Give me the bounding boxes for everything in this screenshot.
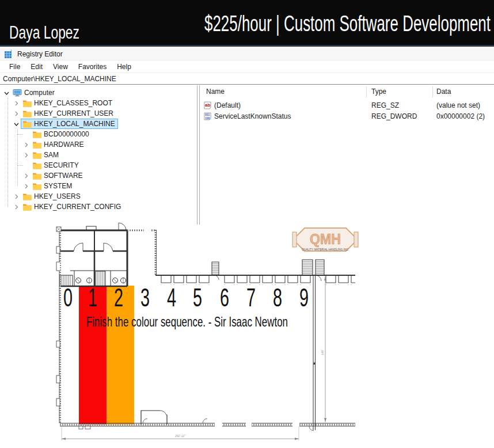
- tree-item-hkey-current-config[interactable]: HKEY_CURRENT_CONFIG: [0, 202, 197, 212]
- tree-item-label[interactable]: HKEY_LOCAL_MACHINE: [34, 120, 115, 128]
- tree-item-label[interactable]: BCD00000000: [44, 130, 89, 138]
- no-expander: [23, 131, 29, 138]
- menu-view[interactable]: View: [48, 62, 73, 72]
- value-name[interactable]: ServiceLastKnownStatus: [214, 112, 291, 120]
- svg-text:ab: ab: [205, 102, 210, 108]
- screenshot-root: { "banner": { "name": "Daya Lopez", "tag…: [0, 0, 494, 448]
- dword-value-icon: 011 110: [204, 112, 212, 120]
- tree-item-label[interactable]: HKEY_USERS: [34, 192, 81, 200]
- tree-item-hkey-users[interactable]: HKEY_USERS: [0, 191, 197, 202]
- chevron-down-icon[interactable]: [3, 90, 10, 96]
- chevron-down-icon[interactable]: [13, 121, 20, 127]
- tree-item-label[interactable]: SECURITY: [44, 161, 79, 169]
- tree-item-label[interactable]: HKEY_CLASSES_ROOT: [34, 99, 112, 107]
- chevron-right-icon[interactable]: [23, 152, 29, 158]
- advertiser-tagline: $225/hour | Custom Software Development: [204, 11, 491, 36]
- warehouse-floorplan: 292'-11" 140' QMH QUALITY MATERIAL HANDL…: [49, 221, 363, 448]
- bay-number-3: 3: [140, 283, 150, 312]
- folder-icon: [22, 193, 32, 200]
- chevron-right-icon[interactable]: [23, 173, 29, 179]
- menu-help[interactable]: Help: [112, 62, 136, 72]
- computer-icon: [13, 89, 22, 97]
- value-name[interactable]: (Default): [214, 101, 241, 109]
- window-title: Registry Editor: [17, 50, 63, 58]
- left-wall: [56, 227, 61, 423]
- folder-icon: [22, 120, 32, 128]
- bottom-room: [141, 411, 167, 424]
- bay-number-4: 4: [167, 283, 176, 312]
- menu-favorites[interactable]: Favorites: [73, 62, 112, 72]
- tree-item-computer[interactable]: Computer: [0, 88, 197, 98]
- folder-icon: [32, 162, 41, 169]
- tree-item-label[interactable]: SAM: [44, 151, 59, 159]
- chevron-right-icon[interactable]: [23, 142, 29, 148]
- svg-text:110: 110: [205, 116, 210, 120]
- tree-item-label[interactable]: SYSTEM: [44, 182, 72, 190]
- folder-icon: [32, 131, 41, 138]
- qmh-logo-text: QMH: [310, 231, 341, 247]
- tree-item-hkey-current-user[interactable]: HKEY_CURRENT_USER: [0, 108, 197, 119]
- tree-item-label[interactable]: SOFTWARE: [44, 172, 83, 180]
- selected-tree-item[interactable]: HKEY_LOCAL_MACHINE: [21, 119, 118, 129]
- no-expander: [23, 162, 29, 169]
- title-bar[interactable]: Registry Editor: [0, 48, 494, 60]
- tree-item-hardware[interactable]: HARDWARE: [0, 139, 197, 150]
- bay-number-6: 6: [220, 283, 229, 312]
- pane-container: Computer HKEY_CLASSES_ROOT HKEY_CURRENT_…: [0, 84, 494, 225]
- chevron-right-icon[interactable]: [13, 111, 20, 117]
- dimension-right-label: 140': [321, 349, 324, 355]
- registry-editor-window: Registry Editor File Edit View Favorites…: [0, 48, 494, 225]
- column-header-type[interactable]: Type: [371, 88, 386, 96]
- interior-wall: [309, 275, 316, 431]
- tree-item-label[interactable]: HARDWARE: [44, 141, 84, 149]
- tree-item-hkey-local-machine[interactable]: HKEY_LOCAL_MACHINE: [0, 119, 197, 129]
- column-divider[interactable]: [432, 86, 433, 97]
- menu-bar: File Edit View Favorites Help: [0, 60, 494, 73]
- tree-item-bcd00000000[interactable]: BCD00000000: [0, 129, 197, 139]
- registry-tree-pane: Computer HKEY_CLASSES_ROOT HKEY_CURRENT_…: [0, 85, 197, 225]
- bay-number-5: 5: [193, 283, 202, 312]
- tree-item-label[interactable]: HKEY_CURRENT_USER: [34, 109, 113, 117]
- registry-app-icon: [4, 50, 13, 59]
- bay-number-0: 0: [63, 283, 73, 312]
- menu-file[interactable]: File: [4, 62, 25, 72]
- list-header: Name Type Data: [200, 85, 494, 98]
- value-data: 0x00000002 (2): [436, 112, 485, 120]
- chevron-right-icon[interactable]: [23, 183, 29, 189]
- value-row-servicelastknownstatus[interactable]: 011 110 ServiceLastKnownStatus REG_DWORD…: [200, 111, 494, 122]
- address-path[interactable]: Computer\HKEY_LOCAL_MACHINE: [3, 75, 116, 83]
- folder-icon: [32, 172, 41, 180]
- string-value-icon: ab: [204, 101, 212, 109]
- bay-number-2: 2: [114, 283, 123, 312]
- tree-item-software[interactable]: SOFTWARE: [0, 170, 197, 181]
- ad-banner-canvas: Daya Lopez $225/hour | Custom Software D…: [0, 0, 494, 47]
- value-type: REG_SZ: [371, 101, 399, 109]
- folder-icon: [22, 110, 32, 117]
- registry-value-pane: Name Type Data ab (Default) REG_SZ (valu…: [200, 85, 494, 225]
- tree-item-hkey-classes-root[interactable]: HKEY_CLASSES_ROOT: [0, 98, 197, 108]
- caption-text: Finish the colour sequence. - Sir Isaac …: [86, 314, 288, 329]
- chevron-right-icon[interactable]: [13, 100, 20, 107]
- column-divider[interactable]: [366, 86, 367, 97]
- value-row-default[interactable]: ab (Default) REG_SZ (value not set): [200, 100, 494, 111]
- column-header-data[interactable]: Data: [436, 88, 451, 96]
- value-data: (value not set): [436, 101, 480, 109]
- folder-icon: [22, 100, 32, 107]
- chevron-right-icon[interactable]: [13, 204, 20, 210]
- ad-banner: Daya Lopez $225/hour | Custom Software D…: [0, 0, 494, 47]
- qmh-logo-subtitle: QUALITY MATERIAL HANDLING INC.: [302, 248, 349, 251]
- tree-item-security[interactable]: SECURITY: [0, 160, 197, 170]
- tree-item-label[interactable]: HKEY_CURRENT_CONFIG: [34, 203, 121, 211]
- tree-item-sam[interactable]: SAM: [0, 150, 197, 160]
- office-block: [60, 223, 127, 286]
- address-bar[interactable]: Computer\HKEY_LOCAL_MACHINE: [0, 73, 494, 84]
- menu-edit[interactable]: Edit: [25, 62, 48, 72]
- value-type: REG_DWORD: [371, 112, 417, 120]
- column-header-name[interactable]: Name: [206, 88, 225, 96]
- bay-number-1: 1: [88, 283, 97, 312]
- folder-icon: [22, 203, 32, 211]
- chevron-right-icon[interactable]: [13, 193, 20, 200]
- tree-item-label[interactable]: Computer: [24, 89, 55, 97]
- tree-item-system[interactable]: SYSTEM: [0, 181, 197, 191]
- folder-icon: [32, 183, 41, 190]
